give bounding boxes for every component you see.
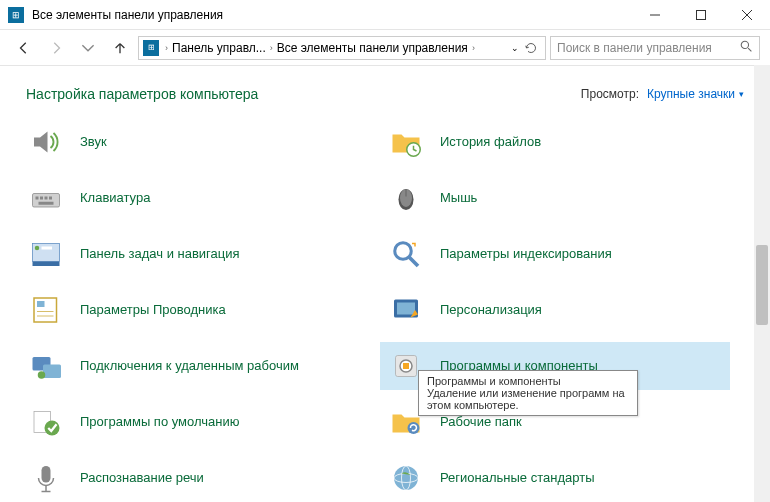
svg-point-36 — [408, 422, 420, 434]
address-bar[interactable]: ⊞ › Панель управл... › Все элементы пане… — [138, 36, 546, 60]
breadcrumb[interactable]: Панель управл... — [172, 41, 266, 55]
up-button[interactable] — [106, 34, 134, 62]
breadcrumb[interactable]: Все элементы панели управления — [277, 41, 468, 55]
svg-rect-37 — [42, 466, 51, 483]
chevron-down-icon: ▾ — [739, 89, 744, 99]
item-label: История файлов — [440, 134, 541, 151]
mouse-icon — [386, 178, 426, 218]
view-label: Просмотр: — [581, 87, 639, 101]
svg-point-40 — [394, 466, 418, 490]
item-label: Рабочие папк — [440, 414, 522, 431]
maximize-button[interactable] — [678, 0, 724, 30]
recent-dropdown[interactable] — [74, 34, 102, 62]
remote-icon — [26, 346, 66, 386]
svg-rect-19 — [42, 247, 53, 250]
item-label: Параметры Проводника — [80, 302, 226, 319]
close-button[interactable] — [724, 0, 770, 30]
svg-rect-27 — [397, 303, 415, 315]
control-panel-item[interactable]: Подключения к удаленным рабочим — [20, 342, 370, 390]
svg-rect-17 — [33, 262, 60, 267]
control-panel-item[interactable]: Персонализация — [380, 286, 730, 334]
speaker-icon — [26, 122, 66, 162]
svg-rect-7 — [33, 194, 60, 208]
back-button[interactable] — [10, 34, 38, 62]
control-panel-icon: ⊞ — [143, 40, 159, 56]
svg-point-18 — [35, 246, 40, 251]
search-input[interactable]: Поиск в панели управления — [550, 36, 760, 60]
control-panel-item[interactable]: Региональные стандарты — [380, 454, 730, 502]
svg-point-20 — [395, 243, 412, 260]
defaults-icon — [26, 402, 66, 442]
control-panel-item[interactable]: Параметры индексирования — [380, 230, 730, 278]
scrollbar[interactable] — [754, 65, 770, 502]
chevron-right-icon: › — [163, 43, 170, 53]
control-panel-item[interactable]: Мышь — [380, 174, 730, 222]
svg-rect-23 — [37, 301, 45, 307]
taskbar-icon — [26, 234, 66, 274]
address-dropdown[interactable]: ⌄ — [511, 43, 519, 53]
svg-rect-12 — [39, 202, 54, 205]
control-panel-item[interactable]: Панель задач и навигация — [20, 230, 370, 278]
search-icon — [740, 40, 753, 56]
svg-rect-8 — [36, 197, 39, 200]
svg-rect-10 — [45, 197, 48, 200]
svg-rect-1 — [697, 10, 706, 19]
speech-icon — [26, 458, 66, 498]
control-panel-item[interactable]: История файлов — [380, 118, 730, 166]
tooltip: Программы и компоненты Удаление или изме… — [418, 370, 638, 416]
app-icon: ⊞ — [8, 7, 24, 23]
svg-point-35 — [45, 421, 60, 436]
view-selector[interactable]: Крупные значки▾ — [647, 87, 744, 101]
tooltip-title: Программы и компоненты — [427, 375, 629, 387]
svg-line-21 — [409, 257, 418, 266]
item-label: Персонализация — [440, 302, 542, 319]
item-label: Панель задач и навигация — [80, 246, 240, 263]
refresh-button[interactable] — [521, 42, 541, 54]
item-label: Параметры индексирования — [440, 246, 612, 263]
control-panel-item[interactable]: Программы по умолчанию — [20, 398, 370, 446]
control-panel-item[interactable]: Звук — [20, 118, 370, 166]
item-label: Программы по умолчанию — [80, 414, 239, 431]
control-panel-item[interactable]: Клавиатура — [20, 174, 370, 222]
indexing-icon — [386, 234, 426, 274]
forward-button[interactable] — [42, 34, 70, 62]
chevron-right-icon: › — [268, 43, 275, 53]
search-placeholder: Поиск в панели управления — [557, 41, 712, 55]
tooltip-desc: Удаление или изменение программ на этом … — [427, 387, 629, 411]
svg-rect-29 — [43, 365, 61, 379]
scroll-thumb[interactable] — [756, 245, 768, 325]
explorer-icon — [26, 290, 66, 330]
region-icon — [386, 458, 426, 498]
minimize-button[interactable] — [632, 0, 678, 30]
item-label: Региональные стандарты — [440, 470, 594, 487]
item-label: Подключения к удаленным рабочим — [80, 358, 299, 375]
control-panel-item[interactable]: Параметры Проводника — [20, 286, 370, 334]
item-label: Звук — [80, 134, 107, 151]
window-title: Все элементы панели управления — [32, 8, 632, 22]
personalize-icon — [386, 290, 426, 330]
svg-line-5 — [748, 48, 751, 51]
svg-point-4 — [741, 41, 748, 48]
svg-rect-33 — [403, 363, 409, 369]
chevron-right-icon: › — [470, 43, 477, 53]
control-panel-item[interactable]: Распознавание речи — [20, 454, 370, 502]
keyboard-icon — [26, 178, 66, 218]
svg-point-30 — [38, 371, 46, 379]
svg-rect-11 — [49, 197, 52, 200]
item-label: Клавиатура — [80, 190, 150, 207]
folder-history-icon — [386, 122, 426, 162]
page-title: Настройка параметров компьютера — [26, 86, 581, 102]
svg-rect-9 — [40, 197, 43, 200]
item-label: Мышь — [440, 190, 477, 207]
item-label: Распознавание речи — [80, 470, 204, 487]
